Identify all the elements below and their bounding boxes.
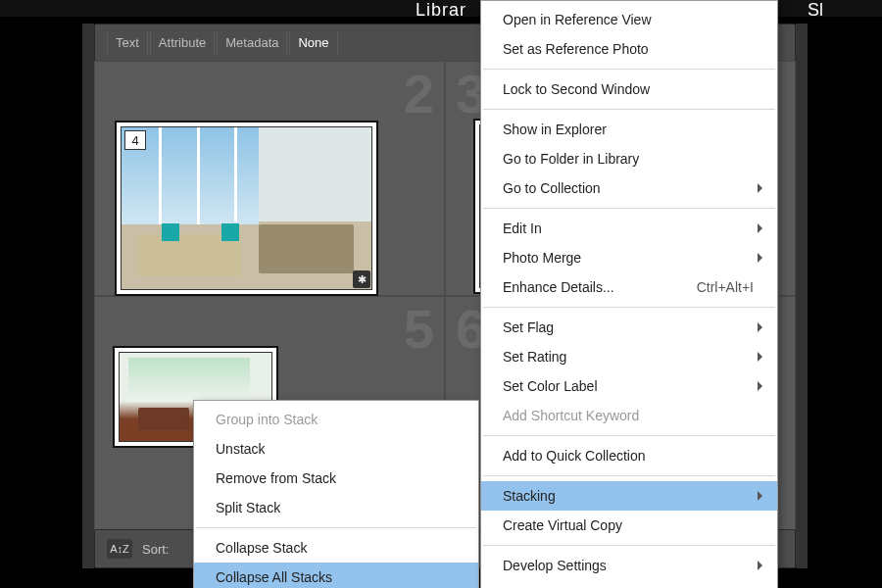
menu-separator <box>483 475 775 476</box>
module-right-label: Sl <box>808 0 823 21</box>
menu-item-photo-merge[interactable]: Photo Merge <box>481 243 777 272</box>
filter-tab-attribute[interactable]: Attribute <box>150 31 215 54</box>
menu-item-label: Enhance Details... <box>503 279 614 295</box>
menu-item-show-in-explorer[interactable]: Show in Explorer <box>481 115 777 144</box>
cell-index: 2 <box>404 62 434 125</box>
context-menu-photo: Open in Reference View Set as Reference … <box>480 0 778 588</box>
menu-separator <box>483 69 775 70</box>
sort-label: Sort: <box>142 542 169 557</box>
menu-item-add-quick-collection[interactable]: Add to Quick Collection <box>481 441 777 470</box>
menu-item-metadata-presets[interactable]: Metadata Presets <box>481 580 777 588</box>
menu-item-create-virtual-copy[interactable]: Create Virtual Copy <box>481 511 777 540</box>
menu-item-unstack[interactable]: Unstack <box>194 434 478 464</box>
menu-item-group-into-stack: Group into Stack <box>194 405 478 434</box>
menu-separator <box>483 307 775 308</box>
menu-item-stacking[interactable]: Stacking <box>481 481 777 511</box>
menu-separator <box>196 527 476 528</box>
menu-item-set-rating[interactable]: Set Rating <box>481 342 777 371</box>
menu-item-open-reference-view[interactable]: Open in Reference View <box>481 5 777 34</box>
stack-count-badge[interactable]: 4 <box>124 130 146 150</box>
menu-separator <box>483 545 775 546</box>
module-title: Librar <box>416 0 466 21</box>
grid-cell[interactable]: 2 4 ✱ <box>94 61 445 296</box>
context-submenu-stacking: Group into Stack Unstack Remove from Sta… <box>193 400 479 588</box>
thumbnail-image <box>121 126 372 290</box>
cell-index: 5 <box>404 297 434 361</box>
menu-shortcut: Ctrl+Alt+I <box>697 278 754 296</box>
sort-direction-icon[interactable]: A↕Z <box>107 539 132 559</box>
menu-item-develop-settings[interactable]: Develop Settings <box>481 551 777 580</box>
filter-tab-text[interactable]: Text <box>107 31 148 54</box>
filter-tab-metadata[interactable]: Metadata <box>217 31 287 54</box>
menu-item-set-color-label[interactable]: Set Color Label <box>481 371 777 401</box>
menu-item-remove-from-stack[interactable]: Remove from Stack <box>194 464 478 493</box>
menu-separator <box>483 208 775 209</box>
menu-item-set-flag[interactable]: Set Flag <box>481 313 777 342</box>
thumbnail[interactable]: 4 ✱ <box>115 121 378 296</box>
menu-item-edit-in[interactable]: Edit In <box>481 214 777 243</box>
app-root: Librar Sl Text Attribute Metadata None 2… <box>0 0 882 588</box>
menu-item-set-reference-photo[interactable]: Set as Reference Photo <box>481 34 777 64</box>
menu-item-goto-collection[interactable]: Go to Collection <box>481 173 777 203</box>
right-panel-rail[interactable] <box>796 24 808 568</box>
menu-separator <box>483 109 775 110</box>
menu-item-goto-folder[interactable]: Go to Folder in Library <box>481 144 777 173</box>
menu-item-split-stack[interactable]: Split Stack <box>194 493 478 522</box>
menu-separator <box>483 435 775 436</box>
menu-item-add-shortcut-keyword: Add Shortcut Keyword <box>481 401 777 430</box>
develop-settings-icon[interactable]: ✱ <box>353 270 370 288</box>
menu-item-enhance-details[interactable]: Enhance Details...Ctrl+Alt+I <box>481 272 777 302</box>
menu-item-collapse-all-stacks[interactable]: Collapse All Stacks <box>194 563 478 588</box>
left-panel-rail[interactable] <box>82 24 94 568</box>
filter-tab-none[interactable]: None <box>289 31 337 54</box>
menu-item-collapse-stack[interactable]: Collapse Stack <box>194 533 478 563</box>
menu-item-lock-second-window[interactable]: Lock to Second Window <box>481 74 777 104</box>
